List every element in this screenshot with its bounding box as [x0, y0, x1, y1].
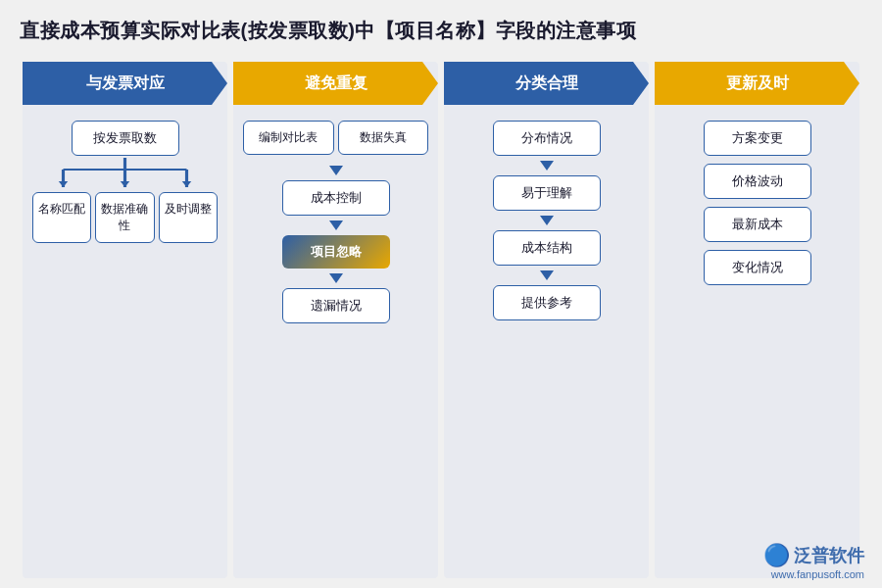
col2-box-1: 成本控制 — [282, 180, 390, 216]
watermark: 🔵 泛普软件 www.fanpusoft.com — [763, 543, 864, 580]
page-title: 直接成本预算实际对比表(按发票取数)中【项目名称】字段的注意事项 — [20, 18, 862, 44]
col1-branch-1: 名称匹配 — [32, 192, 91, 243]
col3-box-4: 提供参考 — [493, 285, 601, 320]
col3-arrow-1 — [540, 161, 554, 171]
svg-marker-7 — [182, 181, 191, 187]
col1-header: 与发票对应 — [23, 62, 227, 105]
col2-top-row: 编制对比表 数据失真 — [243, 121, 428, 155]
col1-branch-2: 数据准确性 — [95, 192, 154, 243]
column-3: 分类合理 分布情况 易于理解 成本结构 提供参考 — [444, 62, 649, 578]
col2-header: 避免重复 — [233, 62, 438, 105]
col4-box-3: 最新成本 — [704, 207, 811, 242]
col4-body: 方案变更 价格波动 最新成本 变化情况 — [655, 121, 859, 568]
col3-header: 分类合理 — [444, 62, 649, 105]
col3-box-2: 易于理解 — [493, 175, 601, 211]
column-1: 与发票对应 按发票取数 — [23, 62, 227, 578]
col1-branch-3: 及时调整 — [159, 192, 218, 243]
col2-top-box-1: 编制对比表 — [243, 121, 334, 155]
col1-tree-svg — [32, 158, 218, 187]
watermark-icon: 🔵 — [763, 543, 790, 568]
col3-connector: 分布情况 易于理解 成本结构 提供参考 — [454, 121, 639, 320]
col4-header: 更新及时 — [655, 62, 859, 105]
watermark-top: 🔵 泛普软件 — [763, 543, 864, 568]
col3-box-1: 分布情况 — [493, 121, 601, 156]
col4-box-1: 方案变更 — [704, 121, 811, 156]
col2-arrow-3 — [329, 273, 343, 283]
column-4: 更新及时 方案变更 价格波动 最新成本 变化情况 — [655, 62, 859, 578]
col3-box-3: 成本结构 — [493, 230, 601, 266]
col1-branches: 名称匹配 数据准确性 及时调整 — [32, 192, 218, 243]
col2-connector: 编制对比表 数据失真 成本控制 项目忽略 遗漏情况 — [243, 121, 428, 323]
col2-body: 编制对比表 数据失真 成本控制 项目忽略 遗漏情况 — [233, 121, 438, 568]
col1-box-main: 按发票取数 — [72, 121, 179, 156]
col2-box-2: 遗漏情况 — [282, 288, 390, 323]
watermark-brand: 泛普软件 — [794, 544, 864, 567]
columns-container: 与发票对应 按发票取数 — [20, 62, 862, 578]
col1-tree-lines — [32, 158, 218, 187]
col1-body: 按发票取数 — [23, 121, 227, 568]
col2-box-highlight: 项目忽略 — [282, 235, 390, 269]
svg-marker-5 — [59, 181, 68, 187]
col2-arrow-1 — [329, 166, 343, 175]
column-2: 避免重复 编制对比表 数据失真 成本控制 项目忽略 遗漏情况 — [233, 62, 438, 578]
col2-arrow-2 — [329, 220, 343, 230]
col3-arrow-3 — [540, 270, 554, 280]
col4-box-2: 价格波动 — [704, 164, 811, 199]
svg-marker-6 — [121, 181, 129, 187]
col3-body: 分布情况 易于理解 成本结构 提供参考 — [444, 121, 649, 568]
col4-connector: 方案变更 价格波动 最新成本 变化情况 — [664, 121, 850, 285]
col4-box-4: 变化情况 — [704, 250, 811, 285]
col2-top-box-2: 数据失真 — [338, 121, 429, 155]
col3-arrow-2 — [540, 216, 554, 225]
main-container: 直接成本预算实际对比表(按发票取数)中【项目名称】字段的注意事项 与发票对应 按… — [0, 0, 882, 588]
watermark-url: www.fanpusoft.com — [771, 568, 864, 580]
col1-tree: 按发票取数 — [32, 121, 218, 243]
